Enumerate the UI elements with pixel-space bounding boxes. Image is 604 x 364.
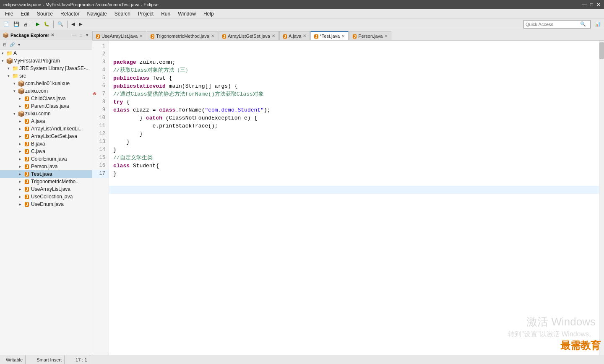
right-scrollbar[interactable] — [599, 41, 604, 355]
tab-close-5[interactable]: ✕ — [384, 34, 388, 38]
tree-item-8[interactable]: ▾📦zuixu.comn — [0, 110, 92, 117]
tree-item-11[interactable]: ▸JArrayListGetSet.java — [0, 133, 92, 140]
tree-item-13[interactable]: ▸JC.java — [0, 148, 92, 155]
close-view-icon[interactable]: ✕ — [51, 33, 54, 37]
line-num-5: 5 — [92, 74, 109, 82]
line-num-2: 2 — [92, 50, 109, 58]
tree-item-18[interactable]: ▸JUseArrayList.java — [0, 185, 92, 193]
tree-arrow: ▸ — [19, 119, 23, 123]
menu-item-source[interactable]: Source — [34, 10, 56, 18]
tree-item-7[interactable]: ▸JParentClass.java — [0, 102, 92, 110]
sidebar-view-menu-btn[interactable]: ▾ — [85, 32, 89, 38]
toolbar-new[interactable]: 📄 — [2, 21, 11, 28]
tree-file-icon: J — [23, 163, 30, 170]
tab-close-0[interactable]: ✕ — [139, 34, 143, 38]
tab-close-1[interactable]: ✕ — [211, 34, 214, 38]
tree-arrow: ▸ — [19, 142, 23, 146]
sidebar-maximize-btn[interactable]: □ — [78, 32, 83, 38]
editor-area: JUseArrayList.java✕JTrigonometricMethod.… — [92, 30, 604, 355]
close-btn[interactable]: ✕ — [596, 2, 601, 8]
menu-item-project[interactable]: Project — [135, 10, 157, 18]
sep1 — [32, 21, 32, 28]
maximize-btn[interactable]: □ — [590, 2, 593, 8]
tree-arrow: ▸ — [19, 187, 23, 191]
tree-item-1[interactable]: ▾📦MyFirstJavaProgram — [0, 57, 92, 65]
line-num-4: 4 — [92, 66, 109, 74]
toolbar-back[interactable]: ◀ — [70, 21, 76, 28]
toolbar-save[interactable]: 💾 — [12, 21, 21, 28]
menu-item-help[interactable]: Help — [200, 10, 217, 18]
tab-0[interactable]: JUseArrayList.java✕ — [92, 31, 146, 40]
code-editor[interactable]: 1234567891011121314151617 package zuixu.… — [92, 41, 604, 355]
tree-item-2[interactable]: ▾📁JRE System Library [JavaSE-... — [0, 65, 92, 72]
sidebar-menu-btn[interactable]: ▾ — [17, 42, 21, 47]
tabs-bar: JUseArrayList.java✕JTrigonometricMethod.… — [92, 30, 604, 41]
tree-item-4[interactable]: ▾📦com.hello01kuaixue — [0, 80, 92, 87]
toolbar-search[interactable]: 🔍 — [56, 21, 65, 28]
minimize-btn[interactable]: — — [582, 2, 587, 8]
tab-4[interactable]: J*Test.java✕ — [310, 31, 349, 40]
sidebar-minimize-btn[interactable]: — — [70, 32, 77, 38]
tab-close-4[interactable]: ✕ — [341, 34, 345, 39]
title-bar: eclipse-workspace - MyFirstJavaProgram/s… — [0, 0, 604, 9]
tree-item-0[interactable]: ▾📁A — [0, 49, 92, 57]
menu-item-navigate[interactable]: Navigate — [83, 10, 110, 18]
toolbar-debug[interactable]: 🐛 — [42, 21, 51, 28]
tree-label: A — [13, 50, 17, 56]
toolbar-print[interactable]: 🖨 — [22, 21, 30, 28]
menu-item-file[interactable]: File — [2, 10, 16, 18]
tree-item-15[interactable]: ▸JPerson.java — [0, 163, 92, 170]
line-num-14: 14 — [92, 146, 109, 154]
tree-item-10[interactable]: ▸JArrayListAndLinkedLi... — [0, 125, 92, 133]
insert-mode-status: Smart Insert — [34, 355, 65, 364]
quick-access-box[interactable]: 🔍 — [523, 20, 591, 29]
package-explorer-icon: 📦 — [3, 32, 9, 38]
quick-access-input[interactable] — [526, 22, 580, 27]
menu-item-search[interactable]: Search — [111, 10, 134, 18]
tree-item-17[interactable]: ▸JTrigonometricMetho... — [0, 178, 92, 185]
code-line-7: class clazz = class.forName("com.demo.St… — [109, 106, 599, 114]
tab-1[interactable]: JTrigonometricMethod.java✕ — [147, 31, 218, 40]
tree-item-14[interactable]: ▸JColorEnum.java — [0, 155, 92, 163]
collapse-all-btn[interactable]: ⊟ — [2, 42, 8, 47]
tab-label-2: ArrayListGetSet.java — [228, 34, 270, 39]
sep2 — [53, 21, 54, 28]
menu-item-edit[interactable]: Edit — [17, 10, 33, 18]
toolbar-perspectives[interactable]: 📊 — [593, 21, 602, 28]
tab-2[interactable]: JArrayListGetSet.java✕ — [219, 31, 279, 40]
tree-item-16[interactable]: ▸JTest.java — [0, 170, 92, 178]
code-content[interactable]: package zuixu.comn;//获取Class对象的方法（三）publ… — [109, 41, 599, 355]
tab-3[interactable]: JA.java✕ — [279, 31, 310, 40]
tree-item-20[interactable]: ▸JUseEnum.java — [0, 200, 92, 208]
toolbar-forward[interactable]: ▶ — [77, 21, 84, 28]
tree-arrow: ▸ — [19, 96, 23, 101]
code-line-16 — [109, 178, 599, 186]
tree-file-icon: J — [23, 95, 30, 102]
scroll-thumb[interactable] — [599, 42, 604, 59]
tree-item-6[interactable]: ▸JChildClass.java — [0, 95, 92, 102]
tree-file-icon: J — [23, 118, 30, 125]
tab-close-3[interactable]: ✕ — [303, 34, 306, 38]
tab-close-2[interactable]: ✕ — [272, 34, 275, 38]
tree-arrow: ▾ — [13, 112, 18, 116]
tree-label: zuixu.com — [25, 88, 48, 94]
tree-item-5[interactable]: ▾📦zuixu.com — [0, 87, 92, 95]
menu-item-refactor[interactable]: Refactor — [57, 10, 83, 18]
line-num-7: 7 — [92, 90, 109, 98]
toolbar-run[interactable]: ▶ — [34, 21, 41, 28]
menu-item-window[interactable]: Window — [174, 10, 199, 18]
tab-icon-5: J — [353, 34, 357, 39]
menu-item-run[interactable]: Run — [158, 10, 174, 18]
tree-label: JRE System Library [JavaSE-... — [19, 65, 90, 71]
line-num-15: 15 — [92, 154, 109, 162]
tree-item-3[interactable]: ▾📁src — [0, 72, 92, 80]
tree-item-19[interactable]: ▸JUseCollection.java — [0, 193, 92, 200]
tree-item-9[interactable]: ▸JA.java — [0, 117, 92, 125]
cursor-position-status: 17 : 1 — [73, 355, 90, 364]
link-editor-btn[interactable]: 🔗 — [8, 42, 16, 47]
tree-file-icon: 📁 — [12, 65, 18, 72]
tree-file-icon: 📦 — [18, 110, 24, 117]
code-line-14: class Student{ — [109, 162, 599, 170]
tab-5[interactable]: JPerson.java✕ — [349, 31, 391, 40]
tree-item-12[interactable]: ▸JB.java — [0, 140, 92, 148]
